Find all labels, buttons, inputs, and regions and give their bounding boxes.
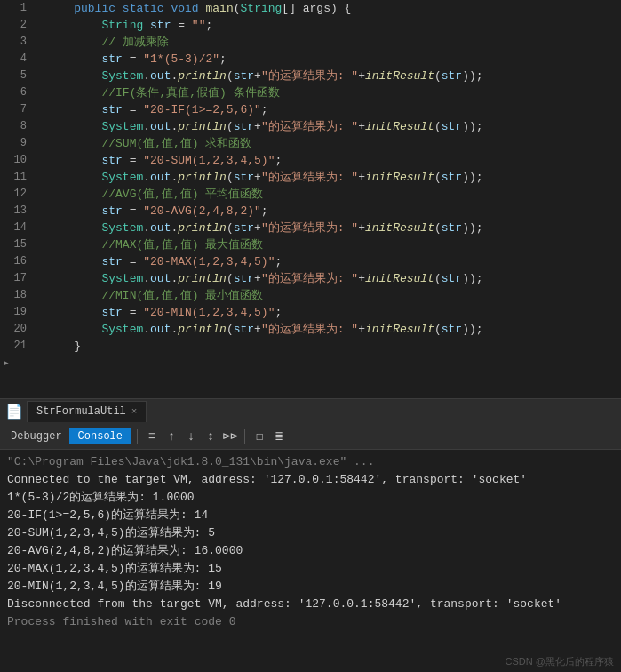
console-line-5: 20-SUM(1,2,3,4,5)的运算结果为: 5 [7,524,614,542]
line-code-7: str = "20-IF(1>=2,5,6)"; [46,101,621,118]
line-code-12: //AVG(值,值,值) 平均值函数 [46,186,621,203]
line-number-10: 10 [4,152,37,169]
line-number-4: 4 [4,51,37,68]
code-line-3: 3 // 加减乘除 [0,34,621,51]
code-line-8: 8 System.out.println(str+"的运算结果为: "+init… [0,118,621,135]
line-number-13: 13 [4,203,37,220]
console-line-8: 20-MIN(1,2,3,4,5)的运算结果为: 19 [7,578,614,596]
toolbar-icon-list[interactable]: ≣ [270,428,288,445]
code-line-10: 10 str = "20-SUM(1,2,3,4,5)"; [0,152,621,169]
tab-bar: 📄 StrFormulaUtil × [0,398,621,423]
line-number-6: 6 [4,84,37,101]
console-line-1: "C:\Program Files\Java\jdk1.8.0_131\bin\… [7,453,614,471]
line-number-14: 14 [4,220,37,236]
line-code-13: str = "20-AVG(2,4,8,2)"; [46,203,621,220]
debugger-tab[interactable]: Debugger [5,428,68,444]
code-line-15: 15 //MAX(值,值,值) 最大值函数 [0,236,621,253]
line-number-19: 19 [4,304,37,321]
line-code-21: } [46,338,621,355]
line-number-20: 20 [4,321,37,338]
watermark: CSDN @黑化后的程序猿 [506,655,614,668]
console-line-3: 1*(5-3)/2的运算结果为: 1.0000 [7,489,614,507]
line-code-15: //MAX(值,值,值) 最大值函数 [46,236,621,253]
line-number-21: 21 [4,338,37,355]
console-line-4: 20-IF(1>=2,5,6)的运算结果为: 14 [7,507,614,524]
tab-item[interactable]: StrFormulaUtil × [27,401,147,422]
code-line-13: 13 str = "20-AVG(2,4,8,2)"; [0,203,621,220]
code-line-18: 18 //MIN(值,值,值) 最小值函数 [0,287,621,304]
line-number-15: 15 [4,236,37,253]
line-code-17: System.out.println(str+"的运算结果为: "+initRe… [46,270,621,287]
tab-close-button[interactable]: × [131,406,138,417]
toolbar-icon-up[interactable]: ↑ [163,428,180,445]
toolbar-icon-down[interactable]: ↓ [182,428,200,445]
line-code-14: System.out.println(str+"的运算结果为: "+initRe… [46,220,621,236]
fold-indicator: ▶ [0,355,12,372]
code-line-4: 4 str = "1*(5-3)/2"; [0,51,621,68]
console-line-11: Process finished with exit code 0 [7,613,614,631]
toolbar: Debugger Console ≡ ↑ ↓ ↕ ⊳⊳ ☐ ≣ [0,423,621,450]
line-code-19: str = "20-MIN(1,2,3,4,5)"; [46,304,621,321]
line-code-3: // 加减乘除 [46,34,621,51]
console-line-6: 20-AVG(2,4,8,2)的运算结果为: 16.0000 [7,542,614,560]
line-number-17: 17 [4,270,37,287]
code-line-6: 6 //IF(条件,真值,假值) 条件函数 [0,84,621,101]
code-line-21: 21 } [0,338,621,355]
code-editor: 1 public static void main(String[] args)… [0,0,621,398]
line-number-2: 2 [4,17,37,34]
code-line-7: 7 str = "20-IF(1>=2,5,6)"; [0,101,621,118]
line-code-10: str = "20-SUM(1,2,3,4,5)"; [46,152,621,169]
tab-file-icon: 📄 [5,403,23,420]
code-line-1: 1 public static void main(String[] args)… [0,0,621,17]
tab-filename: StrFormulaUtil [36,405,126,418]
code-line-16: 16 str = "20-MAX(1,2,3,4,5)"; [0,253,621,270]
line-code-8: System.out.println(str+"的运算结果为: "+initRe… [46,118,621,135]
code-line-12: 12 //AVG(值,值,值) 平均值函数 [0,186,621,203]
line-number-11: 11 [4,169,37,186]
toolbar-sep-1 [137,429,138,444]
toolbar-icon-updown[interactable]: ↕ [202,428,219,445]
console-tab[interactable]: Console [69,428,131,444]
line-code-18: //MIN(值,值,值) 最小值函数 [46,287,621,304]
toolbar-icon-wrap[interactable]: ☐ [251,428,268,445]
console-line-2: Connected to the target VM, address: '12… [7,471,614,489]
code-line-5: 5 System.out.println(str+"的运算结果为: "+init… [0,68,621,84]
line-code-16: str = "20-MAX(1,2,3,4,5)"; [46,253,621,270]
line-number-18: 18 [4,287,37,304]
code-line-2: 2 String str = ""; [0,17,621,34]
console-line-7: 20-MAX(1,2,3,4,5)的运算结果为: 15 [7,560,614,578]
line-number-3: 3 [4,34,37,51]
code-line-20: 20 System.out.println(str+"的运算结果为: "+ini… [0,321,621,338]
line-code-4: str = "1*(5-3)/2"; [46,51,621,68]
code-line-19: 19 str = "20-MIN(1,2,3,4,5)"; [0,304,621,321]
code-line-11: 11 System.out.println(str+"的运算结果为: "+ini… [0,169,621,186]
line-number-9: 9 [4,135,37,152]
line-number-16: 16 [4,253,37,270]
code-line-9: 9 //SUM(值,值,值) 求和函数 [0,135,621,152]
line-code-2: String str = ""; [46,17,621,34]
line-number-8: 8 [4,118,37,135]
code-line-14: 14 System.out.println(str+"的运算结果为: "+ini… [0,220,621,236]
line-number-1: 1 [4,0,37,17]
toolbar-sep-2 [244,429,245,444]
line-code-11: System.out.println(str+"的运算结果为: "+initRe… [46,169,621,186]
toolbar-icon-skip[interactable]: ⊳⊳ [221,428,239,445]
toolbar-icon-menu[interactable]: ≡ [143,428,161,445]
line-code-9: //SUM(值,值,值) 求和函数 [46,135,621,152]
line-code-20: System.out.println(str+"的运算结果为: "+initRe… [46,321,621,338]
line-code-1: public static void main(String[] args) { [46,0,621,17]
console-output: "C:\Program Files\Java\jdk1.8.0_131\bin\… [0,450,621,672]
console-line-9: Disconnected from the target VM, address… [7,596,614,613]
line-number-7: 7 [4,101,37,118]
line-code-6: //IF(条件,真值,假值) 条件函数 [46,84,621,101]
line-number-12: 12 [4,186,37,203]
code-line-17: 17 System.out.println(str+"的运算结果为: "+ini… [0,270,621,287]
line-code-5: System.out.println(str+"的运算结果为: "+initRe… [46,68,621,84]
line-number-5: 5 [4,68,37,84]
